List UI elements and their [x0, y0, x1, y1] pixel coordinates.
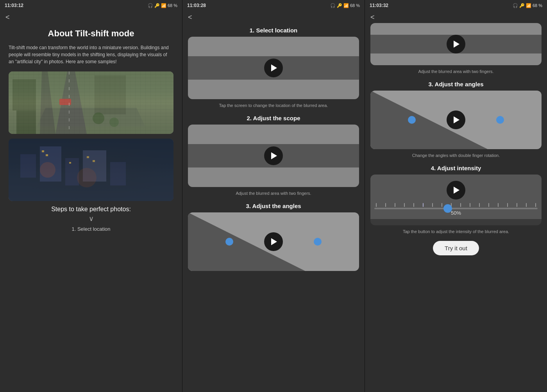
- slider-area: 50%: [374, 203, 538, 216]
- tick: [479, 203, 480, 207]
- photo1-svg: [9, 71, 173, 134]
- key-icon-2: 🔑: [337, 3, 342, 8]
- photo1: [9, 71, 173, 134]
- screen-1: 11:03:12 🎧 🔑 📶 68 % < About Tilt-shift m…: [0, 0, 182, 392]
- tick: [404, 203, 405, 207]
- slider-percent: 50%: [374, 210, 538, 216]
- svg-rect-0: [9, 71, 173, 134]
- angles-card-s3: [370, 91, 542, 149]
- status-bar-3: 11:03:32 🎧 🔑 📶 68 %: [365, 0, 547, 11]
- scope-inner-s3: [370, 23, 542, 65]
- scope-card-inner: [188, 125, 359, 187]
- play-triangle-angles-s3: [454, 116, 459, 123]
- angles-inner-s3: [370, 91, 542, 149]
- blue-dot-left-s3: [408, 116, 416, 124]
- key-icon: 🔑: [154, 3, 160, 8]
- slider-track[interactable]: [374, 208, 538, 209]
- status-icons-2: 🎧 🔑 📶 68 %: [330, 3, 360, 8]
- loc-top-bar: [188, 37, 359, 56]
- scope-top-s3: [370, 23, 542, 35]
- tick: [470, 203, 470, 207]
- tick: [413, 203, 414, 207]
- angles-inner-s2: [188, 212, 359, 271]
- headphones-icon-2: 🎧: [330, 3, 336, 8]
- svg-rect-21: [87, 156, 89, 158]
- scope-mid-s3: [370, 35, 542, 53]
- play-triangle-loc: [271, 64, 277, 71]
- scope-bottom-bar: [188, 167, 359, 187]
- caption2-s2: Adjust the blurred area with two fingers…: [188, 189, 359, 199]
- svg-point-9: [109, 118, 119, 127]
- play-triangle-intensity: [454, 187, 459, 194]
- intensity-card: 50%: [370, 175, 542, 225]
- slider-thumb[interactable]: [443, 204, 452, 213]
- signal-icon: 📶: [161, 3, 166, 8]
- screen3-content: Adjust the blurred area with two fingers…: [365, 23, 547, 392]
- scope-middle: [188, 144, 359, 167]
- screen2-content: 1. Select location Tap the screen to cha…: [182, 23, 365, 392]
- battery-icon: 68 %: [168, 3, 177, 8]
- svg-rect-22: [93, 160, 95, 162]
- tick: [498, 203, 499, 207]
- svg-point-16: [40, 162, 55, 178]
- svg-point-17: [77, 168, 97, 187]
- scope-top-bar: [188, 125, 359, 144]
- play-triangle-scope: [271, 152, 277, 159]
- headphones-icon: 🎧: [148, 3, 153, 8]
- play-button-scope-s3[interactable]: [447, 35, 465, 53]
- step1-label: 1. Select location: [9, 226, 173, 236]
- play-button-angles-s3[interactable]: [447, 110, 465, 129]
- angles-card-s2: [188, 212, 359, 271]
- play-button-loc[interactable]: [264, 59, 283, 77]
- caption3-s3: Tap the button to adjust the intensity o…: [370, 227, 542, 237]
- svg-point-8: [93, 112, 104, 124]
- status-bar-1: 11:03:12 🎧 🔑 📶 68 %: [0, 0, 182, 11]
- play-button-scope[interactable]: [264, 146, 283, 165]
- photo2-svg: [9, 139, 173, 201]
- play-triangle-scope-s3: [454, 41, 459, 48]
- section3-title-s2: 3. Adjust the angles: [188, 203, 359, 209]
- tick: [517, 203, 517, 207]
- screens-container: 11:03:12 🎧 🔑 📶 68 % < About Tilt-shift m…: [0, 0, 547, 392]
- play-button-angles-s2[interactable]: [264, 232, 283, 251]
- status-time-1: 11:03:12: [5, 3, 23, 8]
- tick: [395, 203, 395, 207]
- back-button-3[interactable]: <: [365, 11, 547, 23]
- status-icons-3: 🎧 🔑 📶 68 %: [513, 3, 542, 8]
- tick: [488, 203, 489, 207]
- caption1-s3: Adjust the blurred area with two fingers…: [370, 67, 542, 77]
- tick: [385, 203, 386, 207]
- scope-card: [188, 125, 359, 187]
- tick: [442, 203, 442, 207]
- blue-dot-left-s2: [225, 238, 233, 246]
- angle-bg-dark-s3: [370, 91, 488, 149]
- svg-rect-6: [59, 99, 71, 105]
- back-button-2[interactable]: <: [182, 11, 365, 23]
- svg-marker-1: [55, 71, 87, 134]
- loc-middle: [188, 56, 359, 80]
- intensity-inner: 50%: [370, 175, 542, 219]
- tick: [432, 203, 433, 207]
- tick: [535, 203, 536, 207]
- play-button-intensity[interactable]: [447, 181, 465, 200]
- battery-icon-2: 68 %: [350, 3, 360, 8]
- section2-title-s3: 3. Adjust the angles: [370, 81, 542, 87]
- blue-dot-right-s3: [496, 116, 504, 124]
- tick-active: [423, 203, 424, 207]
- photo2: [9, 139, 173, 201]
- slider-ticks: [374, 203, 538, 207]
- signal-icon-3: 📶: [526, 3, 531, 8]
- screen1-title: About Tilt-shift mode: [9, 29, 173, 39]
- headphones-icon-3: 🎧: [513, 3, 518, 8]
- status-time-3: 11:03:32: [370, 3, 388, 8]
- tick: [507, 203, 508, 207]
- caption2-s3: Change the angles with double finger rot…: [370, 151, 542, 161]
- loc-bottom-bar: [188, 80, 359, 99]
- status-icons-1: 🎧 🔑 📶 68 %: [148, 3, 177, 8]
- play-triangle-angles-s2: [271, 238, 277, 245]
- back-button-1[interactable]: <: [0, 11, 182, 23]
- svg-rect-15: [110, 162, 126, 185]
- caption1-s2: Tap the screen to change the location of…: [188, 101, 359, 111]
- steps-header: Steps to take perfect photos:: [9, 206, 173, 213]
- try-it-out-button[interactable]: Try it out: [433, 241, 479, 255]
